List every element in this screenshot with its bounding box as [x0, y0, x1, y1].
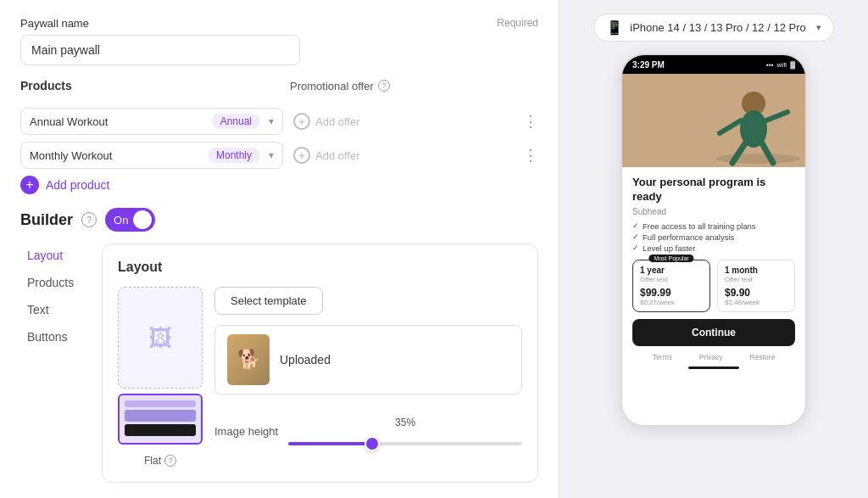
device-selector[interactable]: 📱 iPhone 14 / 13 / 13 Pro / 12 / 12 Pro …: [593, 14, 833, 42]
nav-buttons[interactable]: Buttons: [20, 325, 88, 349]
phone-status-bar: 3:29 PM ▪▪▪ wifi ▓: [622, 55, 805, 74]
monthly-product-selector[interactable]: Monthly Workout Monthly ▾: [20, 142, 283, 169]
monthly-amount: $9.90: [725, 287, 787, 299]
products-label: Products: [20, 79, 283, 92]
flat-card-preview[interactable]: [118, 394, 203, 445]
image-height-pct: 35%: [288, 417, 522, 428]
paywall-name-input[interactable]: [20, 35, 300, 65]
promo-info-icon: ?: [378, 80, 390, 92]
image-height-section: Image height 35%: [214, 417, 522, 445]
paywall-name-required: Required: [497, 17, 538, 30]
status-icons: ▪▪▪ wifi ▓: [766, 61, 795, 69]
check-icon-2: ✓: [632, 232, 639, 241]
privacy-link[interactable]: Privacy: [699, 353, 723, 361]
annual-badge: Annual: [212, 114, 260, 129]
layout-right: Select template 🐕 Uploaded Image height …: [214, 287, 522, 445]
builder-header: Builder ? On: [20, 208, 538, 232]
monthly-per-week: $2.48/week: [725, 299, 787, 306]
price-card-annual[interactable]: Most Popular 1 year Offer text $99.99 $0…: [632, 260, 710, 312]
builder-nav: Layout Products Text Buttons: [20, 243, 88, 483]
flat-label: Flat ?: [144, 455, 176, 467]
builder-toggle[interactable]: On: [105, 208, 155, 232]
paywall-name-section: Paywall name Required: [20, 17, 538, 65]
device-label: iPhone 14 / 13 / 13 Pro / 12 / 12 Pro: [630, 21, 805, 34]
builder-content-title: Layout: [118, 260, 522, 275]
continue-button[interactable]: Continue: [632, 319, 795, 346]
price-card-monthly[interactable]: 1 month Offer text $9.90 $2.48/week: [717, 260, 795, 312]
toggle-knob: [133, 210, 152, 229]
phone-subhead: Subhead: [632, 207, 795, 216]
image-height-label: Image height: [214, 425, 278, 438]
nav-layout[interactable]: Layout: [20, 243, 88, 267]
add-product-icon: +: [20, 176, 39, 194]
product-row-annual: Annual Workout Annual ▾ + Add offer ⋮: [20, 108, 538, 135]
hero-image: [622, 74, 805, 167]
annual-offer-text: Offer text: [640, 276, 703, 283]
right-panel: 📱 iPhone 14 / 13 / 13 Pro / 12 / 12 Pro …: [559, 0, 868, 498]
feature-1: ✓ Free access to all training plans: [632, 221, 795, 231]
uploaded-thumbnail: 🐕: [227, 334, 270, 385]
monthly-offer-text: Offer text: [725, 276, 787, 283]
builder-content: Layout 🖼 Flat: [102, 243, 538, 483]
monthly-add-offer-button[interactable]: + Add offer: [293, 147, 360, 164]
monthly-duration: 1 month: [725, 266, 787, 275]
product-row-monthly: Monthly Workout Monthly ▾ + Add offer ⋮: [20, 142, 538, 169]
feature-3: ✓ Level up faster: [632, 243, 795, 253]
add-product-label: Add product: [46, 178, 110, 192]
nav-text[interactable]: Text: [20, 298, 88, 322]
builder-section: Builder ? On Layout Products Text Button…: [20, 208, 538, 483]
device-phone-icon: 📱: [606, 20, 623, 36]
terms-link[interactable]: Terms: [653, 353, 672, 361]
template-placeholder[interactable]: 🖼: [118, 287, 203, 389]
phone-content: Your personal program is ready Subhead ✓…: [622, 167, 805, 374]
add-product-button[interactable]: + Add product: [20, 176, 110, 194]
left-panel: Paywall name Required Products Promotion…: [0, 0, 559, 498]
builder-info-icon[interactable]: ?: [81, 212, 97, 227]
annual-product-name: Annual Workout: [30, 115, 108, 128]
annual-chevron-icon: ▾: [269, 115, 274, 127]
nav-products[interactable]: Products: [20, 271, 88, 294]
field-header: Paywall name Required: [20, 17, 538, 30]
annual-amount: $99.99: [640, 287, 703, 299]
check-icon-3: ✓: [632, 243, 639, 252]
monthly-more-icon[interactable]: ⋮: [523, 146, 538, 165]
select-template-button[interactable]: Select template: [214, 287, 323, 315]
phone-headline: Your personal program is ready: [632, 176, 795, 204]
annual-per-week: $0.27/week: [640, 299, 703, 306]
monthly-product-name: Monthly Workout: [30, 149, 112, 162]
builder-title: Builder: [20, 211, 73, 229]
uploaded-label: Uploaded: [280, 353, 331, 367]
builder-body: Layout Products Text Buttons Layout 🖼: [20, 243, 538, 483]
annual-more-icon[interactable]: ⋮: [523, 112, 538, 131]
check-icon-1: ✓: [632, 221, 639, 230]
paywall-name-label: Paywall name: [20, 17, 89, 30]
annual-add-offer-button[interactable]: + Add offer: [293, 113, 360, 130]
status-time: 3:29 PM: [632, 60, 665, 70]
pricing-row: Most Popular 1 year Offer text $99.99 $0…: [632, 260, 795, 312]
phone-features: ✓ Free access to all training plans ✓ Fu…: [632, 221, 795, 253]
phone-frame: 3:29 PM ▪▪▪ wifi ▓ ✕: [620, 53, 807, 427]
annual-promo-section: + Add offer: [293, 113, 513, 130]
monthly-badge: Monthly: [208, 148, 260, 163]
layout-options: 🖼 Flat ? Sele: [118, 287, 522, 467]
home-bar: [688, 367, 739, 369]
uploaded-preview: 🐕 Uploaded: [214, 325, 522, 394]
slider-wrapper: 35%: [288, 417, 522, 445]
annual-duration: 1 year: [640, 266, 703, 275]
signal-icon: ▪▪▪: [766, 61, 774, 69]
builder-toggle-label: On: [114, 214, 128, 227]
phone-hero: ✕: [622, 74, 805, 167]
svg-rect-0: [622, 74, 805, 167]
promo-offer-label: Promotional offer ?: [290, 80, 390, 92]
monthly-promo-section: + Add offer: [293, 147, 513, 164]
restore-link[interactable]: Restore: [749, 353, 775, 361]
annual-product-selector[interactable]: Annual Workout Annual ▾: [20, 108, 283, 135]
wifi-icon: wifi: [777, 61, 787, 69]
image-height-slider[interactable]: [288, 442, 522, 445]
phone-footer: Terms Privacy Restore: [632, 353, 795, 361]
battery-icon: ▓: [790, 61, 795, 69]
products-list: Annual Workout Annual ▾ + Add offer ⋮ Mo…: [20, 108, 538, 169]
annual-add-offer-label: Add offer: [315, 115, 360, 128]
device-chevron-icon: ▾: [816, 22, 821, 33]
monthly-add-offer-label: Add offer: [315, 149, 360, 162]
